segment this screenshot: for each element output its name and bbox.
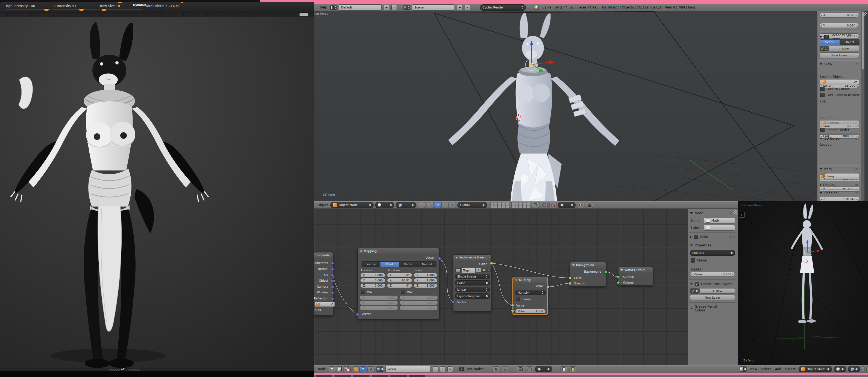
gp-new-button[interactable]: +New [828, 46, 859, 51]
local-camera-field[interactable]: Camera × [819, 120, 859, 126]
panel-operation-dropdown[interactable]: Multiply [690, 250, 735, 256]
socket-background-color-input[interactable] [568, 277, 571, 280]
scale-manipulator-button[interactable]: ◳ [449, 202, 456, 208]
region-expand-button[interactable]: + [739, 212, 745, 218]
taskbar-item[interactable] [409, 375, 425, 377]
panel-grip[interactable] [730, 244, 735, 246]
scrollbar-thumb[interactable] [862, 12, 864, 69]
h-scrollbar-right[interactable] [128, 369, 140, 371]
socket-mapping-vector-output[interactable] [438, 257, 441, 260]
rotate-manipulator-button[interactable]: ⌒ [441, 202, 448, 208]
socket-normal-output[interactable] [331, 268, 334, 271]
lock-to-cursor-row[interactable]: Lock to Cursor [820, 87, 849, 91]
dynamic-toggle[interactable]: Dynamic [133, 4, 146, 6]
mapping-rot-y[interactable]: Y:93.8° [387, 278, 412, 283]
dimension-y-slider[interactable]: Y:0.064 [819, 23, 859, 28]
node-math-multiply[interactable]: Multiply Value Multiply Clamp Value Valu… [513, 277, 548, 315]
world-unlink-button[interactable]: × [447, 366, 453, 372]
socket-window-output[interactable] [331, 291, 334, 294]
color-checkbox[interactable] [694, 235, 698, 239]
clamp-checkbox[interactable] [691, 258, 695, 262]
mode-dropdown[interactable]: Object Mode [331, 202, 374, 208]
gp-brush-dropdown[interactable] [690, 288, 699, 294]
shading-dropdown[interactable] [834, 366, 846, 372]
taskbar-item[interactable] [390, 375, 407, 377]
eyedropper-icon[interactable] [330, 303, 333, 306]
scene-icon[interactable] [403, 5, 410, 10]
layer-cell[interactable] [498, 202, 501, 205]
panel-grip[interactable] [730, 307, 735, 310]
texcoord-object-field[interactable] [315, 302, 335, 307]
draw-size-handle[interactable] [102, 9, 106, 11]
dimension-x-slider[interactable]: X:0.028 [819, 12, 859, 18]
open-image-button[interactable] [481, 268, 487, 273]
snap-toggle-button[interactable] [549, 202, 556, 208]
layer-cell[interactable] [527, 202, 530, 205]
shading-dropdown[interactable] [375, 202, 394, 208]
snap-node-button[interactable] [526, 366, 533, 372]
mode-dropdown[interactable]: Object Mode [799, 366, 832, 372]
mapping-min-checkbox[interactable]: Min [361, 290, 372, 294]
view-menu[interactable]: View [749, 367, 758, 371]
layer-cell[interactable] [515, 205, 519, 208]
orientation-dropdown[interactable]: Global [458, 202, 487, 208]
color-panel-header[interactable]: Color [690, 235, 735, 239]
mapping-max-z[interactable]: Z:1.000 [400, 306, 438, 310]
image-browse-dropdown[interactable] [455, 268, 461, 273]
env-interpolation-dropdown[interactable]: Linear [455, 287, 490, 292]
layer-cell[interactable] [498, 205, 501, 208]
lock-object-field[interactable] [819, 79, 859, 85]
lock-to-scene-button[interactable] [532, 202, 539, 208]
taskbar-item[interactable] [353, 375, 370, 377]
cursor-z-slider[interactable]: Z:1.01843 [819, 197, 859, 201]
mapping-scale-y[interactable]: Y:1.000 [414, 278, 437, 283]
node-label-field[interactable] [704, 225, 735, 230]
compositing-nodes-button[interactable] [344, 366, 351, 372]
eyedropper-icon[interactable] [854, 81, 857, 84]
panel-grip[interactable] [855, 184, 860, 186]
panel-grip[interactable] [855, 168, 860, 170]
manipulator-handles-toggle[interactable]: ⇿ [418, 202, 425, 208]
add-scene-button[interactable]: + [457, 5, 462, 10]
layer-cell[interactable] [506, 205, 509, 208]
properties-panel-header[interactable]: Properties [690, 243, 735, 247]
socket-background-strength-input[interactable] [568, 282, 571, 285]
world-browse-dropdown[interactable] [376, 366, 383, 372]
opengl-render-button[interactable] [577, 202, 584, 208]
world-add-button[interactable]: + [440, 366, 445, 372]
lock-camera-checkbox[interactable] [820, 93, 825, 97]
world-fake-user-button[interactable]: F [433, 366, 438, 372]
socket-mapping-vector-input[interactable] [356, 313, 359, 316]
socket-generated-output[interactable] [331, 262, 334, 265]
layer-cell[interactable] [523, 202, 526, 205]
copy-nodes-button[interactable] [560, 366, 567, 372]
gp-new-layer-button[interactable]: New Layer [819, 53, 859, 58]
socket-math-value1-input[interactable] [511, 304, 514, 307]
screen-layout-icon[interactable] [330, 5, 337, 10]
gp-tab-object[interactable]: Object [840, 40, 859, 45]
sculpt-canvas[interactable] [0, 17, 314, 368]
gp-tab-scene[interactable]: Scene [820, 40, 840, 45]
shading-panel-header[interactable]: Shading [819, 191, 860, 195]
mapping-min-x[interactable]: X:0.000 [360, 295, 398, 300]
unlink-image-button[interactable]: × [487, 268, 491, 273]
node-environment-texture[interactable]: Environment Texture Color Tropi F × Sing… [453, 254, 491, 311]
palette-strip[interactable] [0, 12, 314, 17]
pivot-dropdown[interactable] [848, 366, 860, 372]
add-layout-button[interactable]: + [384, 5, 389, 10]
env-colorspace-dropdown[interactable]: Color [455, 280, 490, 285]
object-menu[interactable]: Object [316, 203, 329, 207]
snap-node-dropdown[interactable] [535, 366, 552, 372]
layer-cell-active[interactable] [490, 202, 494, 205]
mapping-loc-x[interactable]: X:0.000 [360, 273, 385, 278]
mapping-max-y[interactable]: Y:1.000 [400, 301, 438, 305]
add-menu[interactable]: Add [774, 367, 782, 371]
manipulator-axis-button[interactable] [866, 366, 868, 372]
manipulator-handles-toggle[interactable]: ⇿ [862, 366, 865, 372]
math-value-slider[interactable]: Value:3.500 [515, 309, 546, 314]
display-panel-header[interactable]: Display [819, 183, 860, 187]
layers-grid-right[interactable] [512, 202, 530, 208]
node-mapping[interactable]: Mapping Vector Texture Point Vector Norm… [358, 248, 439, 319]
layer-cell[interactable] [490, 205, 494, 208]
render-border-checkbox[interactable] [820, 128, 825, 132]
